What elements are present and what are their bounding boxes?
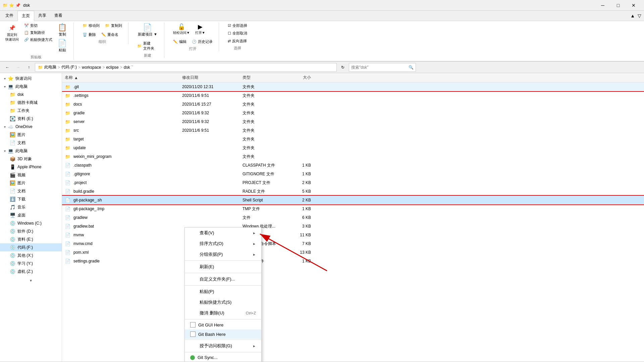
table-row[interactable]: 📁 update 文件夹 <box>62 143 644 152</box>
open-button[interactable]: ▶ 打开▼ <box>193 22 207 36</box>
sidebar-item-apple-iphone[interactable]: 📱 Apple iPhone <box>0 163 62 171</box>
ctx-paste[interactable]: 粘贴(P) <box>185 286 261 297</box>
copy-path-button[interactable]: 📋 复制路径 <box>23 29 46 36</box>
sidebar-item-dsk[interactable]: 📁 dsk <box>0 90 62 99</box>
ctx-permissions[interactable]: 授予访问权限(G) ► <box>185 341 261 351</box>
ctx-view[interactable]: 查看(V) ► <box>185 228 261 238</box>
table-row[interactable]: 📁 docs 2020/11/6 15:27 文件夹 <box>62 100 644 109</box>
copy-to-button[interactable]: 📁 复制到 <box>103 22 124 29</box>
table-row[interactable]: 📄 .classpath CLASSPATH 文件 1 KB <box>62 161 644 170</box>
table-row[interactable]: 📁 server 2020/11/6 9:32 文件夹 <box>62 117 644 126</box>
table-row[interactable]: 📁 gradle 2020/11/6 9:32 文件夹 <box>62 109 644 117</box>
sidebar-item-desktop[interactable]: 🖥️ 桌面 <box>0 211 62 219</box>
table-row[interactable]: 📄 gradlew.bat Windows 批处理... 3 KB <box>62 222 644 231</box>
sidebar-resize-handle[interactable] <box>62 73 63 362</box>
table-row[interactable]: 📄 gradlew 文件 6 KB <box>62 213 644 222</box>
ctx-git-sync[interactable]: Git Sync... <box>185 353 261 362</box>
col-header-size[interactable]: 大小 <box>280 74 314 81</box>
rename-button[interactable]: ✏️ 重命名 <box>99 32 120 38</box>
refresh-button[interactable]: ↻ <box>338 63 347 72</box>
sidebar-item-debit[interactable]: 📁 德胜卡商城 <box>0 99 62 107</box>
sidebar-item-music[interactable]: 🎵 音乐 <box>0 203 62 211</box>
col-header-date[interactable]: 修改日期 <box>179 74 240 81</box>
sidebar-item-windows-c[interactable]: 💿 Windows (C:) <box>0 219 62 227</box>
table-row[interactable]: 📄 git-package_.tmp TMP 文件 1 KB <box>62 204 644 213</box>
table-row[interactable]: 📁 src 2020/11/6 9:51 文件夹 <box>62 126 644 135</box>
ribbon-down-icon[interactable]: ▽ <box>638 13 641 18</box>
table-row[interactable]: 📁 target 文件夹 <box>62 135 644 143</box>
copy-button[interactable]: 📋 复制 <box>55 22 69 38</box>
sidebar-item-downloads[interactable]: ⬇️ 下载 <box>0 195 62 203</box>
col-header-type[interactable]: 类型 <box>240 74 280 81</box>
sidebar-item-quick-access[interactable]: ▾ ⭐ 快速访问 <box>0 74 62 82</box>
tab-view[interactable]: 查看 <box>50 11 66 21</box>
back-button[interactable]: ← <box>3 63 12 72</box>
open-label: 打开▼ <box>195 31 205 35</box>
pin-to-quick-access-button[interactable]: 📌 固定到快速访问 <box>3 22 21 53</box>
history-button[interactable]: 🕐 历史记录 <box>190 39 215 45</box>
ribbon-up-icon[interactable]: ▲ <box>630 13 635 18</box>
table-row[interactable]: 📄 mvnw.cmd Windows 命令脚本 7 KB <box>62 239 644 248</box>
search-input[interactable] <box>351 65 409 70</box>
tab-share[interactable]: 共享 <box>34 11 50 21</box>
sidebar-item-videos[interactable]: 🎬 视频 <box>0 171 62 179</box>
table-row[interactable]: 📄 pom.xml XML 文件 13 KB <box>62 248 644 257</box>
sidebar-item-vm-z[interactable]: 💿 虚机 (Z:) <box>0 267 62 276</box>
select-none-button[interactable]: ☐ 全部取消 <box>226 30 249 37</box>
ctx-sort[interactable]: 排序方式(O) ► <box>185 238 261 249</box>
sidebar-item-od-docs[interactable]: 📄 文档 <box>0 139 62 147</box>
sidebar-item-resources-e[interactable]: 💽 资料 (E:) <box>0 115 62 123</box>
col-header-name[interactable]: 名称 ▲ <box>62 74 179 81</box>
sidebar-item-code-f[interactable]: 💿 代码 (F:) <box>0 243 62 251</box>
sidebar-expand-bottom[interactable]: ▾ <box>0 278 62 283</box>
sidebar-item-this-pc2[interactable]: ▾ 💻 此电脑 <box>0 147 62 155</box>
new-item-button[interactable]: 📄 新建项目 ▼ <box>135 22 160 38</box>
sidebar-item-study-y[interactable]: 💿 学习 (Y:) <box>0 259 62 267</box>
sidebar-item-3d[interactable]: 📦 3D 对象 <box>0 155 62 163</box>
sidebar-item-od-images[interactable]: 🖼️ 图片 <box>0 131 62 139</box>
ctx-custom-folder[interactable]: 自定义文件夹(F)... <box>185 274 261 285</box>
ctx-paste-shortcut[interactable]: 粘贴快捷方式(S) <box>185 297 261 308</box>
search-box[interactable]: 🔍 <box>349 63 416 72</box>
sidebar-item-resources-e2[interactable]: 💿 资料 (E:) <box>0 235 62 243</box>
new-folder-button[interactable]: 📁 新建文件夹 <box>135 40 160 52</box>
ctx-git-bash[interactable]: Git Bash Here <box>185 329 261 339</box>
table-row[interactable]: 📄 settings.gradle RADLE文件 1 KB <box>62 257 644 265</box>
ctx-group[interactable]: 分组依据(P) ► <box>185 249 261 260</box>
sidebar-item-other-x[interactable]: 💿 其他 (X:) <box>0 251 62 259</box>
sidebar-item-work[interactable]: 📁 工作夹 <box>0 107 62 115</box>
tab-file[interactable]: 文件 <box>1 11 17 21</box>
ctx-refresh[interactable]: 刷新(E) <box>185 261 261 272</box>
table-row[interactable]: 📄 mvnw 文件 11 KB <box>62 231 644 239</box>
close-button[interactable]: ✕ <box>626 0 641 11</box>
table-row[interactable]: 📁 weixin_mini_program 文件夹 <box>62 152 644 161</box>
edit-button[interactable]: ✏️ 编辑 <box>171 39 189 45</box>
delete-button[interactable]: 🗑️ 删除 <box>80 32 98 38</box>
move-to-button[interactable]: 📁 移动到 <box>80 22 102 29</box>
ctx-undo-delete[interactable]: 撤消 删除(U) Ctrl+Z <box>185 308 261 318</box>
ctx-git-gui[interactable]: Git GUI Here <box>185 320 261 329</box>
sidebar-item-pictures[interactable]: 🖼️ 图片 <box>0 179 62 187</box>
table-row[interactable]: 📁 .git 2020/11/20 12:31 文件夹 <box>62 82 644 91</box>
paste-shortcut-button[interactable]: 🔗 粘贴快捷方式 <box>23 37 54 43</box>
select-all-button[interactable]: ☑ 全部选择 <box>226 22 249 29</box>
up-button[interactable]: ↑ <box>24 63 34 72</box>
sidebar-item-onedrive[interactable]: ▾ ☁️ OneDrive <box>0 123 62 131</box>
invert-select-button[interactable]: ⇄ 反向选择 <box>226 38 249 44</box>
table-row[interactable]: 📄 .gitignore GITIGNORE 文件 1 KB <box>62 170 644 178</box>
table-row[interactable]: 📄 .project PROJECT 文件 2 KB <box>62 178 644 187</box>
address-path[interactable]: 📁 此电脑 > 代码 (F:) > workspace > eclipse > … <box>35 63 337 72</box>
sidebar-item-documents[interactable]: 📄 文档 <box>0 187 62 195</box>
easy-access-button[interactable]: 🔓 轻松访问▼ <box>171 22 192 36</box>
sidebar-item-this-pc-top[interactable]: ▾ 💻 此电脑 <box>0 82 62 90</box>
tab-home[interactable]: 主页 <box>17 11 34 21</box>
paste-button[interactable]: 📄 粘贴 <box>55 38 69 53</box>
sidebar-item-software-d[interactable]: 💿 软件 (D:) <box>0 227 62 235</box>
maximize-button[interactable]: □ <box>610 0 626 11</box>
table-row[interactable]: 📄 git-package_.sh Shell Script 2 KB <box>62 196 644 204</box>
forward-button[interactable]: → <box>13 63 23 72</box>
minimize-button[interactable]: ─ <box>595 0 610 11</box>
table-row[interactable]: 📁 .settings 2020/11/6 9:51 文件夹 <box>62 91 644 100</box>
cut-button[interactable]: ✂️ 剪切 <box>23 22 39 29</box>
table-row[interactable]: 📄 build.gradle RADLE 文件 5 KB <box>62 187 644 196</box>
